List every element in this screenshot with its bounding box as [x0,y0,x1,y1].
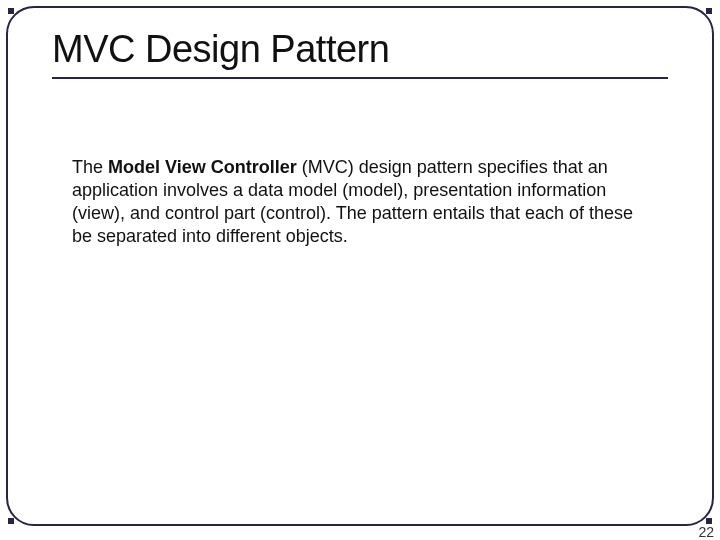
slide: MVC Design Pattern The Model View Contro… [0,0,720,540]
title-underline [52,77,668,79]
corner-dot-bl [8,518,14,524]
page-number: 22 [698,524,714,540]
body-paragraph: The Model View Controller (MVC) design p… [72,156,648,248]
title-block: MVC Design Pattern [52,28,668,79]
slide-title: MVC Design Pattern [52,28,668,77]
body-bold-term: Model View Controller [108,157,297,177]
corner-dot-tl [8,8,14,14]
corner-dot-tr [706,8,712,14]
body-lead: The [72,157,108,177]
slide-frame [6,6,714,526]
